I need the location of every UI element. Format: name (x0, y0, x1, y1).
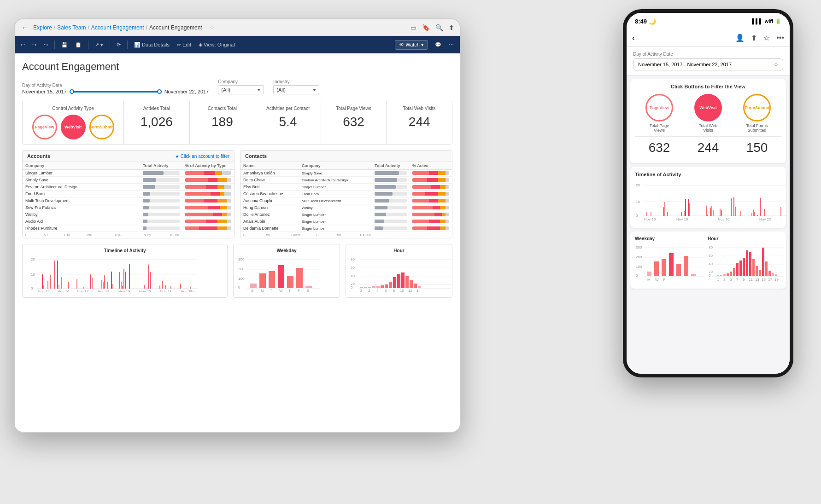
svg-text:Nov 17: Nov 17 (77, 290, 89, 292)
export-button[interactable]: 📋 (73, 41, 84, 49)
phone-star-icon[interactable]: ☆ (763, 34, 770, 42)
cell-name: Amankaya Colón (240, 170, 299, 177)
data-details-button[interactable]: 📊 Data Details (132, 41, 172, 49)
col-contact-pct[interactable]: % Activi (410, 162, 452, 170)
phone-more-icon[interactable]: ••• (776, 34, 784, 42)
search-icon[interactable]: 🔍 (435, 24, 443, 31)
col-name[interactable]: Name (240, 162, 299, 170)
svg-text:300: 300 (238, 257, 245, 261)
phone-person-icon[interactable]: 👤 (735, 34, 745, 42)
filter-circle-webvisit[interactable]: WebVisit (694, 94, 722, 122)
timeline-bar (125, 272, 126, 289)
caxis-50: 50 (266, 233, 270, 237)
table-row[interactable]: Rhodes Furniture (23, 225, 234, 232)
back-button[interactable]: ← (20, 23, 29, 32)
kpi-apc-value: 5.4 (260, 115, 316, 129)
filter-circle-formsubmit[interactable]: FormSubmit (743, 94, 771, 122)
table-row[interactable]: Environ Architectural Design (23, 184, 234, 191)
svg-rect-126 (775, 274, 777, 276)
comment-button[interactable]: 💬 (433, 41, 444, 49)
circle-webvisit[interactable]: WebVisit (61, 115, 86, 139)
col-contact-activity[interactable]: Total Activity (372, 162, 410, 170)
svg-text:0: 0 (238, 285, 240, 290)
breadcrumb-sales-team[interactable]: Sales Team (57, 24, 86, 31)
table-row[interactable]: Sew-Fro Fabrics (23, 204, 234, 211)
circle-formsubmit[interactable]: FormSubmit (89, 115, 114, 139)
cell-activity-bar (140, 204, 182, 211)
breadcrumb-account-engagement[interactable]: Account Engagement (91, 24, 144, 31)
svg-rect-89 (654, 261, 659, 276)
circle-pageview[interactable]: PageView (32, 115, 57, 139)
tablet: ← Explore / Sales Team / Account Engagem… (14, 18, 461, 433)
kpi-activities-value: 1,026 (129, 115, 185, 129)
timeline-bar (757, 215, 758, 216)
cell-contact-pct-bar (410, 170, 452, 177)
share-icon[interactable]: ⬆ (449, 24, 454, 31)
tablet-main-content: Account Engagement Day of Activity Date … (15, 53, 460, 432)
table-row[interactable]: Elsy Britt Singer Lumber (240, 184, 452, 191)
slider-handle-left[interactable] (70, 89, 74, 94)
phone-weekday-chart: Weekday 300 200 100 0 (635, 236, 704, 284)
table-row[interactable]: Singer Lumber (23, 170, 234, 177)
col-company[interactable]: Company (23, 162, 140, 170)
slider-handle-right[interactable] (157, 89, 162, 94)
kpi-pv-label: Total Page Views (326, 106, 382, 111)
contacts-header: Contacts (240, 151, 452, 162)
tablet-icon[interactable]: ▭ (410, 24, 416, 31)
phone-hour-title: Hour (708, 236, 784, 241)
date-slider[interactable] (70, 91, 162, 93)
redo2-button[interactable]: ↪ (41, 41, 50, 49)
cpct-100: 1000% (359, 233, 371, 237)
svg-rect-47 (360, 287, 363, 288)
watch-button[interactable]: 👁 Watch ▾ (395, 40, 428, 50)
cell-name: Césáreo Beauchesne (240, 191, 299, 197)
table-row[interactable]: Multi Tech Development (23, 197, 234, 204)
svg-rect-23 (250, 284, 257, 288)
table-row[interactable]: Simply Save (23, 177, 234, 184)
table-row[interactable]: Anais Aubin Singer Lumber (240, 218, 452, 225)
timeline-svg: 20 10 0 Nov 15 Nov 16 Nov 17 Nov 18 Nov … (26, 255, 197, 292)
col-contact-company[interactable]: Company (299, 162, 372, 170)
svg-rect-111 (727, 273, 729, 276)
refresh-button[interactable]: ⟳ (114, 41, 123, 49)
view-icon: ◈ (199, 42, 202, 48)
timeline-bar (54, 261, 55, 289)
redo-button[interactable]: ↪ (30, 41, 39, 49)
star-icon[interactable]: ☆ (210, 24, 215, 31)
industry-select[interactable]: (All) (273, 85, 319, 94)
table-row[interactable]: Audio Aid (23, 218, 234, 225)
activity-types-panel: Control Activity Type PageView WebVisit … (23, 101, 124, 144)
breadcrumb-explore[interactable]: Explore (33, 24, 52, 31)
table-row[interactable]: Ausonia Chaplin Multi Tech Development (240, 197, 452, 204)
table-row[interactable]: Wellby (23, 211, 234, 218)
company-select[interactable]: (All) (218, 85, 264, 94)
table-row[interactable]: Amankaya Colón Simply Save (240, 170, 452, 177)
phone-date-selector[interactable]: November 15, 2017 - November 22, 2017 ⚙ (633, 58, 783, 70)
arrow-button[interactable]: ↗ ▾ (93, 41, 106, 49)
phone-kpi-wv: 244 (698, 140, 719, 155)
table-row[interactable]: Food Barn (23, 191, 234, 197)
timeline-bar (76, 279, 77, 289)
more-button[interactable]: ⋯ (446, 41, 456, 49)
undo-button[interactable]: ↩ (18, 41, 27, 49)
phone-back-button[interactable]: ‹ (632, 33, 635, 43)
cell-contact-company: Multi Tech Development (299, 197, 372, 204)
view-button[interactable]: ◈ View: Original (196, 41, 237, 49)
table-row[interactable]: Dollie Antunez Singer Lumber (240, 211, 452, 218)
accounts-filter-link[interactable]: ★ Click an account to filter (175, 154, 229, 159)
svg-rect-120 (756, 266, 758, 276)
filter-circle-pageview[interactable]: PageView (645, 94, 673, 122)
save-button[interactable]: 💾 (59, 41, 70, 49)
col-total-activity[interactable]: Total Activity (140, 162, 182, 170)
table-row[interactable]: Hung Damon Wellby (240, 204, 452, 211)
table-row[interactable]: Delta Chew Environ Architectural Design (240, 177, 452, 184)
kpi-contacts-value: 189 (194, 115, 251, 129)
phone-filter-label: Day of Activity Date (633, 52, 783, 57)
table-row[interactable]: Césáreo Beauchesne Food Barn (240, 191, 452, 197)
cell-name: Delta Chew (240, 177, 299, 184)
col-pct-activity[interactable]: % of Activity by Type (182, 162, 234, 170)
phone-upload-icon[interactable]: ⬆ (751, 34, 757, 42)
edit-button[interactable]: ✏ Edit (175, 41, 194, 49)
table-row[interactable]: Deidamia Bonnette Singer Lumber (240, 225, 452, 232)
bookmark-icon[interactable]: 🔖 (422, 24, 430, 31)
